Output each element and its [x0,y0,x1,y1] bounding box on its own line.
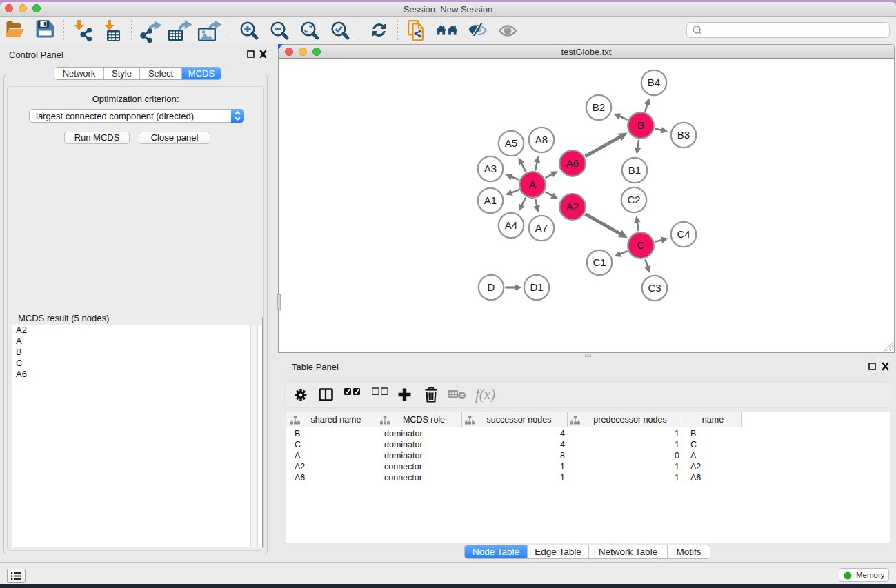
svg-text:A1: A1 [484,194,497,206]
svg-text:A4: A4 [505,219,517,231]
svg-text:B3: B3 [677,129,690,141]
svg-text:B: B [637,119,644,131]
svg-text:C1: C1 [593,256,606,268]
svg-text:A: A [529,179,536,190]
svg-text:A7: A7 [535,222,548,234]
svg-text:B4: B4 [648,77,660,88]
svg-text:D1: D1 [530,281,543,293]
svg-text:C3: C3 [648,282,661,294]
svg-text:B1: B1 [628,164,641,176]
svg-text:A2: A2 [566,201,579,212]
svg-text:A3: A3 [484,163,497,174]
svg-text:C: C [637,239,645,251]
svg-text:A5: A5 [505,137,517,149]
svg-text:A8: A8 [535,134,548,145]
svg-text:C4: C4 [677,228,690,240]
svg-text:D: D [488,281,495,293]
svg-text:C2: C2 [627,194,640,205]
svg-text:B2: B2 [593,101,605,113]
svg-text:A6: A6 [566,157,579,169]
